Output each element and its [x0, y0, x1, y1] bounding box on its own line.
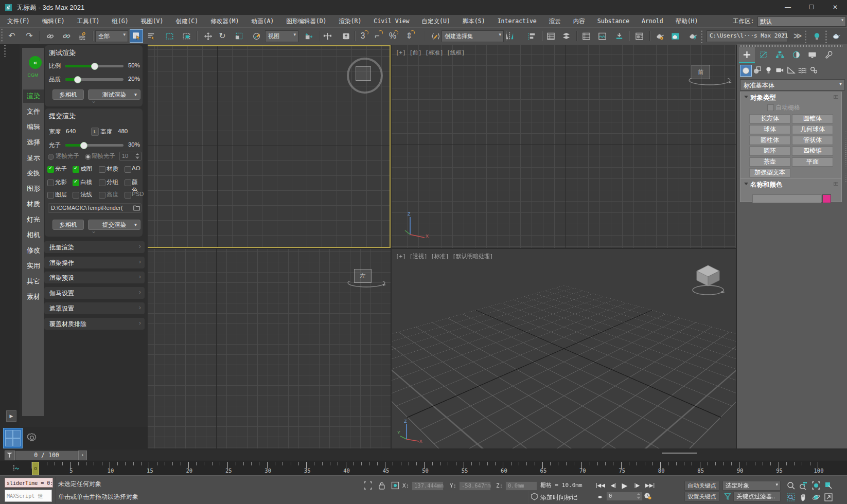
- tab-utilities[interactable]: [821, 47, 837, 62]
- angle-snap-button[interactable]: 3: [357, 29, 369, 43]
- viewcube[interactable]: [687, 260, 729, 301]
- checkbox-psd[interactable]: [125, 192, 131, 199]
- output-path-field[interactable]: D:\CGMAGIC\Temp\Render(: [48, 203, 142, 213]
- menu-tools[interactable]: 工具(T): [77, 17, 100, 25]
- double-chevron-right-icon[interactable]: ≫: [793, 32, 802, 40]
- radio-interval-photon[interactable]: [85, 154, 91, 160]
- nav-item-modify[interactable]: 修改: [23, 244, 44, 257]
- quality-slider[interactable]: [65, 78, 123, 81]
- nav-item-transform[interactable]: 变换: [23, 167, 44, 180]
- menu-substance[interactable]: Substance: [597, 17, 629, 25]
- checkbox-photon[interactable]: ✓: [47, 166, 54, 173]
- collapse-submit-render-icon[interactable]: ⌄: [45, 227, 143, 235]
- workspace-dropdown[interactable]: 默认 ▾: [757, 16, 846, 27]
- section-matte-settings[interactable]: 遮罩设置 ›: [44, 302, 145, 314]
- nav-item-file[interactable]: 文件: [23, 105, 44, 118]
- nav-item-assets[interactable]: 素材: [23, 290, 44, 303]
- menu-create[interactable]: 创建(C): [175, 17, 198, 25]
- close-button[interactable]: ✕: [823, 0, 847, 15]
- arnold-render-view-button[interactable]: [830, 29, 842, 43]
- bind-to-space-warp-button[interactable]: [76, 29, 89, 43]
- object-category-dropdown[interactable]: 标准基本体 ▾: [740, 79, 845, 91]
- create-pyramid-button[interactable]: 四棱锥: [792, 147, 833, 156]
- create-text-button[interactable]: 加强型文本: [749, 168, 790, 177]
- photon-slider-knob[interactable]: [80, 142, 87, 149]
- menu-scripting[interactable]: 脚本(S): [463, 17, 485, 25]
- current-frame-spinner[interactable]: 0: [606, 492, 643, 501]
- maxscript-listener-input[interactable]: sliderTime = 0:: [5, 478, 53, 488]
- rollout-grip[interactable]: [834, 95, 838, 99]
- menu-rendering[interactable]: 渲染(R): [339, 17, 362, 25]
- select-and-link-button[interactable]: [44, 29, 56, 43]
- menu-group[interactable]: 组(G): [112, 17, 128, 25]
- command-panel-drag-handle[interactable]: [740, 45, 843, 47]
- quality-slider-knob[interactable]: [74, 76, 81, 83]
- minimize-button[interactable]: —: [776, 0, 800, 15]
- create-cone-button[interactable]: 圆锥体: [792, 114, 833, 123]
- category-lights[interactable]: [763, 65, 774, 76]
- category-geometry[interactable]: [740, 65, 752, 77]
- light-lister-button[interactable]: [810, 29, 823, 43]
- open-mini-curve-editor-button[interactable]: [5, 451, 15, 460]
- curve-editor-button[interactable]: [580, 29, 592, 43]
- collapse-test-render-icon[interactable]: ⌄: [45, 97, 143, 104]
- photon-slider[interactable]: [65, 144, 123, 147]
- create-geosphere-button[interactable]: 几何球体: [792, 125, 833, 134]
- key-filters-button[interactable]: 关键点过滤器..: [733, 492, 781, 501]
- maximize-viewport-icon[interactable]: [824, 493, 833, 501]
- spinner-arrows-icon[interactable]: [637, 493, 641, 499]
- menu-content[interactable]: 内容: [573, 17, 585, 25]
- section-render-presets[interactable]: 渲染预设 ›: [44, 272, 145, 283]
- set-key-button[interactable]: 设置关键点: [684, 492, 719, 501]
- select-and-scale-button[interactable]: [233, 29, 245, 43]
- orbit-icon[interactable]: [812, 493, 820, 501]
- viewport-top-left[interactable]: [147, 45, 391, 248]
- object-color-swatch[interactable]: [822, 194, 831, 203]
- checkbox-whitemodel[interactable]: ✓: [73, 179, 79, 186]
- next-frame-button[interactable]: |▶: [632, 481, 642, 490]
- nav-item-shape[interactable]: 图形: [23, 182, 44, 195]
- viewcube-face-front[interactable]: 前: [692, 65, 710, 79]
- folder-icon[interactable]: [133, 205, 140, 211]
- menu-graph-editors[interactable]: 图形编辑器(D): [286, 17, 326, 25]
- checkbox-layer[interactable]: [47, 192, 54, 199]
- nav-item-camera[interactable]: 相机: [23, 228, 44, 242]
- key-filters-icon[interactable]: [724, 493, 732, 500]
- field-of-view-icon[interactable]: [787, 493, 795, 501]
- checkbox-beauty[interactable]: ✓: [73, 166, 79, 173]
- category-systems[interactable]: [808, 65, 819, 76]
- nav-item-material[interactable]: 材质: [23, 197, 44, 211]
- zoom-all-icon[interactable]: [799, 481, 807, 490]
- menu-file[interactable]: 文件(F): [7, 17, 30, 25]
- section-gamma-settings[interactable]: 伽马设置 ›: [44, 287, 145, 299]
- section-batch-render[interactable]: 批量渲染 ›: [44, 241, 145, 253]
- window-crossing-button[interactable]: [180, 29, 192, 43]
- command-panel-scrollbar[interactable]: [845, 132, 846, 183]
- radio-per-frame-photon[interactable]: [48, 154, 54, 160]
- width-value[interactable]: 640: [66, 128, 76, 134]
- checkbox-color[interactable]: [125, 179, 131, 186]
- align-button[interactable]: [525, 29, 538, 43]
- menu-help[interactable]: 帮助(H): [676, 17, 698, 25]
- checkbox-group[interactable]: [99, 179, 105, 186]
- select-object-button[interactable]: [130, 29, 143, 43]
- zoom-icon[interactable]: [787, 481, 795, 490]
- panel-drag-handle[interactable]: [4, 45, 6, 57]
- checkbox-normal[interactable]: [73, 192, 79, 199]
- selection-filter-dropdown[interactable]: 全部 ▾: [95, 30, 128, 42]
- nav-item-other[interactable]: 其它: [23, 275, 44, 288]
- nav-item-select[interactable]: 选择: [23, 136, 44, 149]
- time-tag-cube-icon[interactable]: [531, 493, 538, 500]
- goto-end-button[interactable]: ▶▶|: [644, 481, 656, 490]
- rotate-icon[interactable]: ↻: [219, 32, 225, 40]
- nav-item-edit[interactable]: 编辑: [23, 120, 44, 134]
- select-by-name-button[interactable]: [145, 29, 157, 43]
- menu-modifiers[interactable]: 修改器(M): [210, 17, 239, 25]
- section-override-material-exclude[interactable]: 覆盖材质排除 ›: [44, 318, 145, 330]
- height-value[interactable]: 480: [118, 128, 128, 134]
- key-step-button[interactable]: ◂▸: [595, 493, 605, 501]
- current-frame-display[interactable]: 0 / 100: [15, 451, 78, 460]
- layout-settings-gear-icon[interactable]: [26, 431, 38, 444]
- create-sphere-button[interactable]: 球体: [749, 125, 790, 134]
- auto-grid-checkbox[interactable]: [767, 104, 774, 111]
